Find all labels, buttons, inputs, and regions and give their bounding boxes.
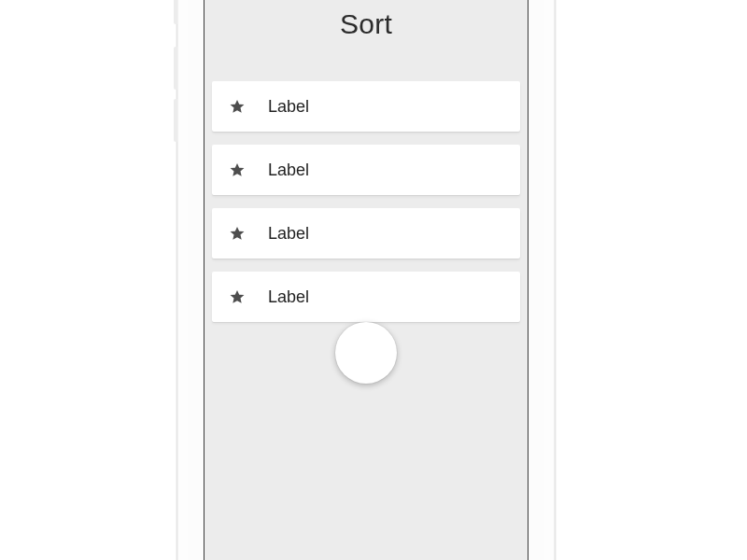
volume-up-button [174,47,177,90]
star-icon [229,98,247,115]
list-item[interactable]: Label [212,272,520,322]
mute-switch [174,0,177,24]
volume-down-button [174,99,177,142]
sort-list: Label Label Label [204,81,528,322]
star-icon [229,161,247,178]
phone-mockup: Sort Label Label [177,0,555,560]
list-item[interactable]: Label [212,145,520,195]
list-item[interactable]: Label [212,81,520,132]
screen: Sort Label Label [204,0,529,560]
screen-content: Sort Label Label [204,0,528,560]
list-item-label: Label [268,224,309,244]
page-title: Sort [204,8,528,40]
list-item-label: Label [268,161,309,180]
touch-indicator [335,322,397,384]
star-icon [229,225,247,242]
list-item[interactable]: Label [212,208,520,259]
list-item-label: Label [268,287,309,307]
list-item-label: Label [268,97,309,117]
star-icon [229,288,247,305]
